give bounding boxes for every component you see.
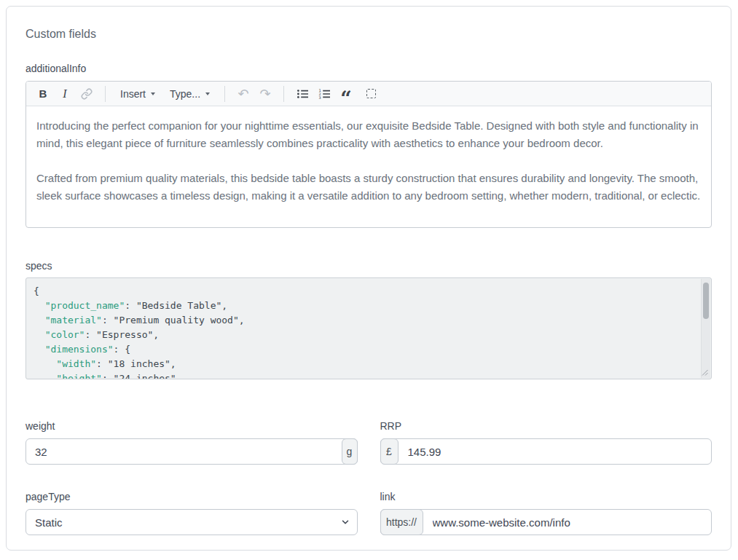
- weight-input[interactable]: [25, 438, 358, 465]
- svg-text:3: 3: [318, 95, 321, 100]
- resize-grip-icon[interactable]: [700, 368, 709, 376]
- specs-scrollbar[interactable]: [701, 279, 710, 378]
- blockquote-icon: “: [340, 96, 352, 102]
- weight-unit-suffix: g: [342, 438, 358, 465]
- toolbar-divider: [283, 86, 284, 102]
- code-line: "material": "Premium quality wood",: [34, 313, 694, 328]
- chevron-down-icon: [151, 92, 155, 95]
- additional-info-label: additionalInfo: [25, 63, 712, 74]
- type-dropdown-label: Type...: [170, 88, 200, 100]
- bold-button[interactable]: B: [34, 84, 52, 103]
- code-line: "width": "18 inches",: [34, 357, 694, 371]
- currency-prefix: £: [380, 438, 399, 465]
- rrp-field-group: RRP £: [380, 420, 713, 465]
- toolbar-divider: [224, 86, 225, 102]
- redo-button[interactable]: ↷: [256, 84, 275, 103]
- link-icon: [81, 88, 93, 100]
- undo-button[interactable]: ↶: [234, 84, 253, 103]
- card-title: Custom fields: [25, 28, 712, 41]
- weight-label: weight: [25, 420, 358, 432]
- dashed-box-icon: [366, 89, 376, 98]
- embed-block-button[interactable]: [361, 84, 380, 103]
- italic-button[interactable]: I: [55, 84, 74, 103]
- code-line: "height": "24 inches",: [34, 371, 694, 379]
- protocol-prefix: https://: [380, 509, 423, 535]
- redo-icon: ↷: [260, 87, 271, 100]
- numbered-list-icon: 1 2 3: [318, 88, 331, 100]
- code-line: "product_name": "Bedside Table",: [34, 299, 694, 313]
- link-label: link: [380, 491, 713, 502]
- specs-label: specs: [25, 260, 712, 272]
- numbered-list-button[interactable]: 1 2 3: [315, 84, 334, 103]
- page-type-label: pageType: [25, 491, 358, 502]
- link-input[interactable]: [380, 509, 713, 535]
- undo-icon: ↶: [238, 87, 249, 100]
- paragraph: Introducing the perfect companion for yo…: [36, 117, 701, 152]
- code-line: "color": "Espresso",: [34, 328, 694, 342]
- link-button[interactable]: [77, 84, 96, 103]
- rrp-label: RRP: [380, 420, 713, 432]
- specs-scrollbar-thumb[interactable]: [703, 283, 709, 319]
- blockquote-button[interactable]: “: [337, 84, 356, 103]
- insert-dropdown-label: Insert: [120, 88, 146, 100]
- paragraph: Crafted from premium quality materials, …: [36, 170, 701, 205]
- weight-field-group: weight g: [25, 420, 358, 465]
- toolbar-divider: [105, 86, 106, 102]
- rrp-input[interactable]: [380, 438, 713, 465]
- bullet-list-button[interactable]: [293, 84, 312, 103]
- page-type-select[interactable]: Static: [25, 509, 358, 535]
- rich-text-editor: B I Insert Type... ↶: [25, 81, 712, 228]
- type-dropdown[interactable]: Type...: [164, 84, 216, 103]
- specs-code-editor[interactable]: { "product_name": "Bedside Table", "mate…: [25, 277, 712, 379]
- code-line: {: [34, 284, 694, 299]
- code-line: "dimensions": {: [34, 342, 694, 357]
- insert-dropdown[interactable]: Insert: [114, 84, 161, 103]
- custom-fields-card: Custom fields additionalInfo B I Insert: [6, 6, 731, 551]
- rich-text-content[interactable]: Introducing the perfect companion for yo…: [26, 106, 711, 227]
- chevron-down-icon: [205, 92, 210, 95]
- rich-text-toolbar: B I Insert Type... ↶: [26, 82, 711, 106]
- link-field-group: link https://: [380, 491, 713, 535]
- bullet-list-icon: [297, 88, 309, 100]
- page-type-field-group: pageType Static: [25, 491, 358, 535]
